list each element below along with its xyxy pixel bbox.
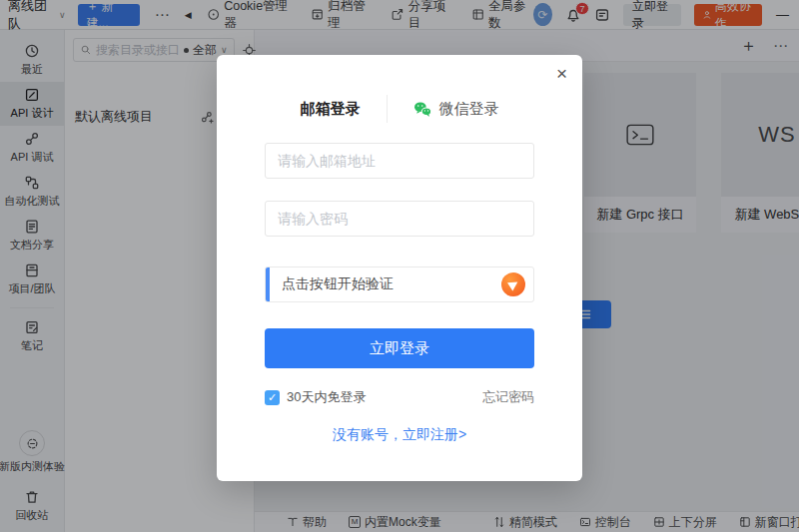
remember-checkbox[interactable]: ✓ [265, 390, 280, 405]
forgot-password-link[interactable]: 忘记密码 [482, 388, 534, 406]
remember-label: 30天内免登录 [287, 388, 366, 406]
email-field[interactable] [265, 143, 534, 179]
register-link[interactable]: 没有账号，立即注册> [265, 426, 534, 444]
submit-login-button[interactable]: 立即登录 [265, 328, 534, 368]
submit-login-label: 立即登录 [370, 339, 429, 358]
captcha-logo-icon [501, 272, 525, 296]
password-field[interactable] [265, 201, 534, 237]
login-form: 点击按钮开始验证 立即登录 ✓ 30天内免登录 忘记密码 没有账号，立即注册> [265, 55, 534, 481]
login-modal: × 邮箱登录 微信登录 点击按钮开始验证 立即登录 [217, 55, 582, 481]
close-icon[interactable]: × [556, 64, 567, 83]
captcha-label: 点击按钮开始验证 [282, 275, 501, 293]
captcha-accent-bar [266, 267, 270, 301]
captcha-widget[interactable]: 点击按钮开始验证 [265, 266, 534, 302]
